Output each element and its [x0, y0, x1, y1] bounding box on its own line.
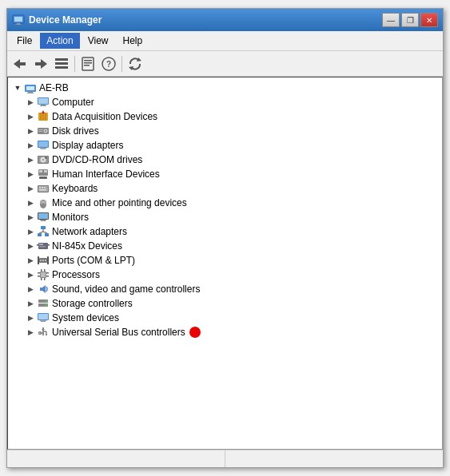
window-title: Device Manager [29, 14, 102, 26]
window-icon [12, 14, 25, 26]
tree-node-ni845x[interactable]: ▶ NI-84 [10, 239, 440, 253]
list-item: ▶ Disk [10, 124, 440, 138]
svg-rect-38 [40, 148, 46, 149]
svg-point-42 [42, 159, 44, 161]
root-node[interactable]: ▼ AE-RB [10, 81, 440, 95]
usb-label: Universal Serial Bus controllers [52, 327, 185, 338]
tree-node-disk[interactable]: ▶ Disk [10, 124, 440, 138]
expand-arrow-keyboards[interactable]: ▶ [24, 182, 37, 195]
sound-icon [37, 283, 50, 296]
status-right [225, 450, 443, 467]
svg-marker-5 [35, 59, 47, 69]
menu-file[interactable]: File [10, 33, 38, 49]
tree-node-monitors[interactable]: ▶ Monitors [10, 210, 440, 224]
monitors-label: Monitors [52, 212, 89, 223]
tree-node-ports[interactable]: ▶ [10, 253, 440, 268]
menu-action[interactable]: Action [40, 33, 79, 49]
expand-arrow-computer[interactable]: ▶ [24, 96, 37, 109]
svg-marker-4 [14, 59, 26, 69]
forward-button[interactable] [31, 54, 50, 73]
expand-arrow-dvd[interactable]: ▶ [24, 153, 37, 166]
tree-node-computer[interactable]: ▶ Computer [10, 95, 440, 109]
expand-arrow-monitors[interactable]: ▶ [24, 211, 37, 224]
restore-button[interactable]: ❐ [401, 13, 419, 27]
minimize-button[interactable]: — [382, 13, 400, 27]
properties-icon [80, 56, 96, 72]
tree-node-storage[interactable]: ▶ Storage controllers [10, 296, 440, 311]
expand-arrow-usb[interactable]: ▶ [24, 326, 37, 339]
usb-error-indicator [189, 327, 201, 338]
expand-arrow-network[interactable]: ▶ [24, 225, 37, 238]
tree-node-dvd[interactable]: ▶ DVD/C [10, 153, 440, 167]
device-tree[interactable]: ▼ AE-RB [7, 77, 443, 450]
tree-node-sound[interactable]: ▶ Sound, video and game controllers [10, 282, 440, 296]
expand-arrow-processors[interactable]: ▶ [24, 268, 37, 281]
svg-rect-46 [44, 170, 47, 173]
svg-rect-10 [84, 60, 92, 61]
svg-point-76 [45, 260, 46, 261]
tree-node-daq[interactable]: ▶ Data [10, 109, 440, 124]
expand-arrow-storage[interactable]: ▶ [24, 297, 37, 310]
svg-rect-80 [41, 272, 46, 277]
tree-node-hid[interactable]: ▶ Human Interface Devices [10, 167, 440, 181]
svg-rect-97 [40, 320, 46, 321]
svg-rect-6 [55, 58, 68, 61]
expand-arrow-mice[interactable]: ▶ [24, 196, 37, 209]
svg-rect-95 [38, 314, 48, 319]
svg-rect-96 [41, 321, 46, 322]
list-item: ▶ Mice and other pointing de [10, 196, 440, 210]
expand-arrow-ni845x[interactable]: ▶ [24, 240, 37, 252]
hid-label: Human Interface Devices [52, 169, 160, 180]
help-button[interactable]: ? [99, 54, 118, 73]
view-button[interactable] [52, 54, 71, 73]
processor-icon [37, 268, 50, 281]
list-item: ▶ System devices [10, 311, 440, 325]
expand-arrow-hid[interactable]: ▶ [24, 168, 37, 180]
expand-arrow-daq[interactable]: ▶ [24, 110, 37, 123]
tree-node-system[interactable]: ▶ System devices [10, 311, 440, 325]
mice-icon [37, 196, 50, 209]
ni845x-label: NI-845x Devices [52, 240, 122, 252]
svg-point-93 [46, 304, 47, 306]
tree-node-network[interactable]: ▶ [10, 224, 440, 239]
network-icon [37, 225, 50, 238]
svg-rect-36 [38, 141, 48, 147]
menu-view[interactable]: View [82, 33, 115, 49]
tree-node-mice[interactable]: ▶ Mice and other pointing de [10, 196, 440, 210]
expand-arrow-sound[interactable]: ▶ [24, 283, 37, 296]
svg-point-32 [45, 130, 46, 132]
storage-icon [37, 297, 50, 310]
tree-node-display[interactable]: ▶ Display adapters [10, 138, 440, 153]
device-manager-window: Device Manager — ❐ ✕ File Action View He… [6, 8, 444, 468]
expand-arrow-ports[interactable]: ▶ [24, 254, 37, 267]
root-icon [24, 81, 37, 94]
expand-arrow-system[interactable]: ▶ [24, 311, 37, 324]
svg-line-66 [39, 232, 43, 233]
svg-rect-85 [38, 272, 40, 274]
display-label: Display adapters [52, 140, 123, 151]
tree-node-processors[interactable]: ▶ [10, 268, 440, 282]
svg-rect-83 [41, 278, 42, 280]
tree-node-keyboards[interactable]: ▶ [10, 181, 440, 196]
expand-arrow-disk[interactable]: ▶ [24, 125, 37, 137]
svg-rect-72 [48, 244, 50, 246]
back-button[interactable] [10, 54, 30, 73]
menu-help[interactable]: Help [117, 33, 149, 49]
mice-label: Mice and other pointing devices [52, 197, 187, 208]
svg-rect-11 [84, 62, 92, 64]
svg-rect-34 [38, 131, 42, 132]
svg-rect-77 [38, 256, 39, 264]
properties-button[interactable] [78, 54, 98, 73]
refresh-button[interactable] [125, 54, 145, 73]
svg-rect-7 [55, 62, 68, 65]
svg-rect-82 [44, 269, 46, 272]
ports-label: Ports (COM & LPT) [52, 255, 135, 266]
svg-rect-18 [26, 86, 34, 90]
close-button[interactable]: ✕ [420, 13, 438, 27]
tree-node-usb[interactable]: ▶ [10, 325, 440, 339]
svg-rect-87 [46, 272, 49, 274]
expand-arrow-display[interactable]: ▶ [24, 139, 37, 152]
keyboards-label: Keyboards [52, 183, 98, 194]
root-expand-arrow[interactable]: ▼ [11, 81, 24, 94]
svg-rect-71 [37, 244, 38, 246]
